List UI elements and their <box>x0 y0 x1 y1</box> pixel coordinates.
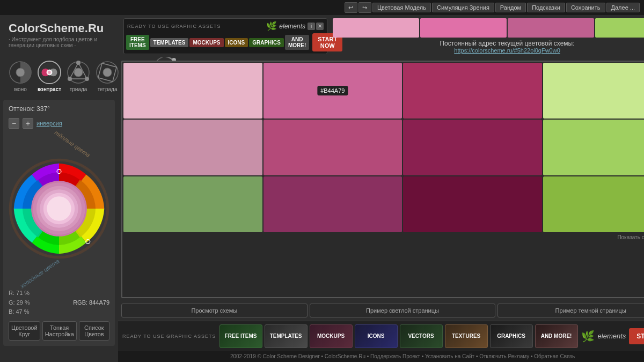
color-grid: #B44A79 <box>122 62 644 233</box>
nav-more[interactable]: Далее ... <box>606 3 640 12</box>
right-tabs: Просмотр схемы Пример светлой страницы П… <box>121 304 644 317</box>
ad-items-row: FREE ITEMS TEMPLATES MOCKUPS ICONS GRAPH… <box>124 33 327 54</box>
color-cell-5[interactable] <box>123 120 262 175</box>
rgb-hex-value: RGB: 844A79 <box>73 299 109 306</box>
top-nav-bar: ↩ ↪ Цветовая Модель Симуляция Зрения Ран… <box>0 0 644 15</box>
redo-button[interactable]: ↪ <box>358 2 371 13</box>
nav-save[interactable]: Сохранить <box>566 3 605 12</box>
bottom-ad-free[interactable]: FREE ITEMS <box>219 324 262 348</box>
hue-controls: − + инверсия <box>9 118 109 129</box>
footer-text: 2002-2019 © Color Scheme Designer • Colo… <box>230 353 575 359</box>
bottom-ad-more[interactable]: AND MORE! <box>535 324 578 348</box>
nav-random[interactable]: Рандом <box>495 3 526 12</box>
bottom-ad-icons[interactable]: ICONS <box>355 324 398 348</box>
ad-templates-button[interactable]: TEMPLATES <box>150 38 189 47</box>
mode-triada[interactable]: триада <box>67 61 90 92</box>
wheel-tabs: Цветовой Круг Тонкая Настройка Список Цв… <box>9 321 109 341</box>
color-cell-11[interactable] <box>403 176 542 232</box>
scheme-color-2[interactable] <box>420 18 507 38</box>
ad-envato-logo: elements <box>279 23 305 30</box>
tab-color-list[interactable]: Список Цветов <box>79 321 109 341</box>
hue-minus-button[interactable]: − <box>9 118 19 129</box>
bottom-ad-templates[interactable]: TEMPLATES <box>265 324 308 348</box>
bottom-ad-envato: elements <box>598 332 626 340</box>
bottom-ad-banner: READY TO USE GRAPHIC ASSETS FREE ITEMS T… <box>118 321 644 351</box>
ad-graphics-button[interactable]: GRAPHICS <box>249 38 284 47</box>
color-grid-container: #B44A79 Показать о <box>121 61 644 298</box>
show-text-label[interactable]: Показать образец текста <box>617 234 644 240</box>
main-container: ColorScheme.Ru · Инструмент для подбора … <box>0 15 644 362</box>
mode-mono-label: моно <box>14 86 27 92</box>
color-cell-1[interactable] <box>123 63 262 119</box>
left-panel: ColorScheme.Ru · Инструмент для подбора … <box>0 15 118 362</box>
nav-vision-sim[interactable]: Симуляция Зрения <box>432 3 494 12</box>
bottom-ad-leaf-icon: 🌿 <box>581 330 595 343</box>
svg-point-26 <box>47 196 71 220</box>
color-cell-3[interactable] <box>403 63 542 119</box>
color-cell-6[interactable] <box>264 120 402 175</box>
tab-view-scheme[interactable]: Просмотр схемы <box>121 304 308 317</box>
scheme-color-3[interactable] <box>508 18 594 38</box>
scheme-color-1[interactable] <box>333 18 419 38</box>
mode-icons-row: моно контраст <box>0 51 118 97</box>
ad-top-label: READY TO USE GRAPHIC ASSETS <box>127 24 264 29</box>
tab-color-wheel[interactable]: Цветовой Круг <box>9 321 40 341</box>
undo-button[interactable]: ↩ <box>345 2 357 13</box>
ad-icons-button[interactable]: ICONS <box>225 38 248 47</box>
mode-kontrast[interactable]: контраст <box>38 61 61 92</box>
color-cell-10[interactable] <box>264 176 402 232</box>
show-text-area: Показать образец текста <box>122 233 644 241</box>
color-cell-2[interactable]: #B44A79 <box>264 63 402 119</box>
logo-area: ColorScheme.Ru · Инструмент для подбора … <box>0 15 118 51</box>
scheme-top-colors <box>333 18 644 38</box>
top-content-area: READY TO USE GRAPHIC ASSETS 🌿 elements i… <box>118 15 644 57</box>
nav-color-model[interactable]: Цветовая Модель <box>372 3 431 12</box>
tab-dark-page[interactable]: Пример темной страницы <box>497 304 644 317</box>
svg-point-6 <box>48 71 50 73</box>
ad-close-button[interactable]: ✕ <box>316 23 324 30</box>
mode-tetrada-label: тетрада <box>98 86 118 92</box>
color-tooltip: #B44A79 <box>317 86 348 95</box>
bottom-ad-items: FREE ITEMS TEMPLATES MOCKUPS ICONS VECTO… <box>219 324 578 348</box>
bottom-ad-start-button[interactable]: START NOW <box>629 328 644 344</box>
ad-free-items-button[interactable]: FREE ITEMS <box>126 35 149 50</box>
bottom-ad-textures[interactable]: TEXTURES <box>445 324 488 348</box>
mode-tetrada[interactable]: тетрада <box>96 61 119 92</box>
logo-title: ColorScheme.Ru <box>9 21 109 35</box>
tab-fine-tuning[interactable]: Тонкая Настройка <box>42 321 77 341</box>
bottom-ad-vectors[interactable]: VECTORS <box>400 324 443 348</box>
logo-subtitle: · Инструмент для подбора цветов и генера… <box>9 36 109 48</box>
svg-point-12 <box>74 68 83 77</box>
nav-hints[interactable]: Подсказки <box>527 3 565 12</box>
ad-close-buttons: i ✕ <box>308 23 324 30</box>
color-cell-8[interactable] <box>543 120 644 175</box>
ad-mockups-button[interactable]: MOCKUPS <box>189 38 223 47</box>
top-ad-banner: READY TO USE GRAPHIC ASSETS 🌿 elements i… <box>123 18 327 54</box>
scheme-color-4[interactable] <box>595 18 644 38</box>
svg-point-10 <box>85 77 89 81</box>
ad-top-bar: READY TO USE GRAPHIC ASSETS 🌿 elements i… <box>124 19 327 33</box>
bottom-ad-mockups[interactable]: MOCKUPS <box>310 324 353 348</box>
scheme-url-link[interactable]: https://colorscheme.ru/#5h22oi0qFw0w0 <box>333 47 644 54</box>
mode-mono[interactable]: моно <box>9 61 32 92</box>
ad-info-button[interactable]: i <box>308 23 315 30</box>
hue-plus-button[interactable]: + <box>23 118 33 129</box>
color-cell-7[interactable] <box>403 120 542 175</box>
svg-point-15 <box>103 68 112 77</box>
color-cell-9[interactable] <box>123 176 262 232</box>
scheme-display: Постоянный адрес текущей цветовой схемы:… <box>333 18 644 54</box>
ad-more-button[interactable]: AND MORE! <box>285 35 309 50</box>
rgb-g-label: G: 29 % <box>9 298 30 308</box>
color-cell-12[interactable] <box>543 176 644 232</box>
ad-leaf-icon: 🌿 <box>266 21 277 31</box>
rgb-display-row: R: 71 % G: 29 % B: 47 % RGB: 844A79 <box>9 289 109 317</box>
color-cell-4[interactable] <box>543 63 644 119</box>
svg-point-11 <box>68 77 72 81</box>
tab-light-page[interactable]: Пример светлой страницы <box>310 304 496 317</box>
center-panel: READY TO USE GRAPHIC ASSETS 🌿 elements i… <box>118 15 644 362</box>
inversion-link[interactable]: инверсия <box>36 120 62 127</box>
bottom-ad-graphics[interactable]: GRAPHICS <box>490 324 533 348</box>
svg-point-9 <box>76 61 80 65</box>
mode-kontrast-label: контраст <box>38 86 61 92</box>
svg-point-1 <box>16 68 25 77</box>
